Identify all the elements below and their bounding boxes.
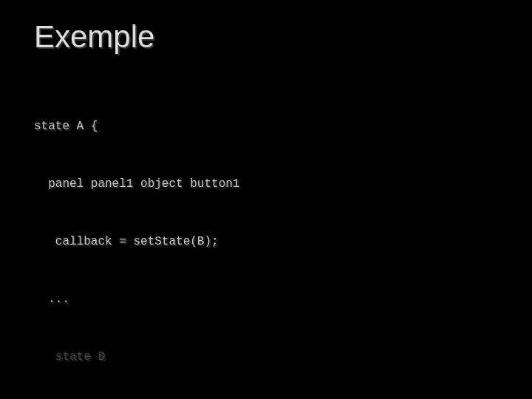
slide: Exemple Exemple state A { panel panel1 o…	[0, 0, 532, 399]
code-line: state A {	[34, 117, 282, 136]
code-line: panel panel1 object button1	[34, 174, 282, 194]
slide-title: Exemple	[34, 19, 154, 55]
code-line: ...	[34, 290, 282, 309]
code-line: callback = setState(B);	[34, 232, 282, 251]
code-line-faded: state B	[34, 347, 282, 366]
code-block: state A { panel panel1 object button1 ca…	[34, 78, 282, 399]
